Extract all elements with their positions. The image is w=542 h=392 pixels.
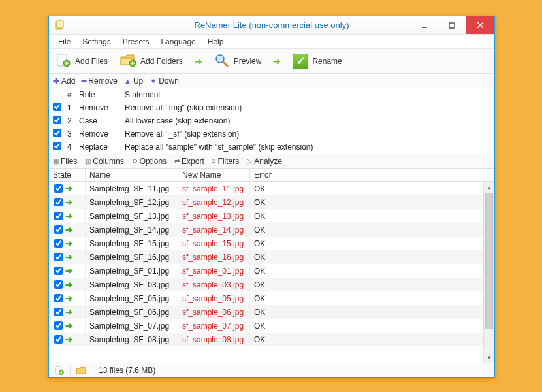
rule-number: 1	[63, 103, 75, 112]
file-row[interactable]: ➔SampleImg_SF_13.jpgsf_sample_13.jpgOK	[49, 209, 483, 223]
arrow-icon: ➔	[195, 56, 202, 67]
preview-button[interactable]: Preview	[214, 53, 262, 69]
file-newname: sf_sample_11.jpg	[178, 182, 250, 195]
status-add-folder-button[interactable]	[71, 363, 93, 377]
main-toolbar: Add Files Add Folders ➔ Preview ➔ ✓ Rena…	[49, 49, 494, 74]
maximize-button[interactable]	[438, 16, 466, 34]
rule-remove-button[interactable]: ━Remove	[82, 76, 118, 86]
file-checkbox[interactable]	[54, 225, 63, 234]
arrow-right-icon: ➔	[65, 335, 72, 344]
grid-icon: ▦	[53, 157, 59, 165]
file-checkbox[interactable]	[54, 212, 63, 220]
columns-icon: ▥	[85, 157, 91, 165]
rule-row[interactable]: 2CaseAll lower case (skip extension)	[49, 114, 494, 127]
columns-button[interactable]: ▥Columns	[85, 157, 123, 166]
file-checkbox[interactable]	[54, 267, 63, 275]
rule-up-button[interactable]: ▲Up	[124, 76, 143, 86]
add-folders-label: Add Folders	[140, 57, 183, 66]
rules-header: # Rule Statement	[49, 88, 494, 101]
filter-icon: ≡	[212, 157, 216, 165]
rule-down-button[interactable]: ▼Down	[150, 76, 179, 86]
rule-row[interactable]: 3RemoveRemove all "_sf" (skip extension)	[49, 127, 494, 140]
file-checkbox[interactable]	[54, 198, 63, 206]
col-rule[interactable]: Rule	[75, 90, 121, 99]
rule-checkbox[interactable]	[53, 129, 61, 137]
analyze-button[interactable]: ▷Analyze	[247, 157, 282, 166]
file-checkbox[interactable]	[54, 239, 63, 248]
menu-settings[interactable]: Settings	[77, 36, 116, 48]
scroll-up-button[interactable]: ▴	[484, 182, 494, 193]
col-name[interactable]: Name	[86, 169, 178, 181]
file-checkbox[interactable]	[54, 280, 63, 289]
file-newname: sf_sample_01.jpg	[178, 264, 250, 278]
menu-help[interactable]: Help	[202, 36, 229, 48]
file-row[interactable]: ➔SampleImg_SF_16.jpgsf_sample_16.jpgOK	[49, 250, 483, 264]
gear-icon: ⚙	[132, 157, 138, 165]
file-row[interactable]: ➔SampleImg_SF_08.jpgsf_sample_08.jpgOK	[49, 333, 483, 346]
file-row[interactable]: ➔SampleImg_SF_06.jpgsf_sample_06.jpgOK	[49, 305, 483, 319]
scroll-down-button[interactable]: ▾	[484, 351, 494, 363]
arrow-right-icon: ➔	[65, 307, 72, 317]
col-number[interactable]: #	[63, 90, 75, 99]
file-checkbox[interactable]	[54, 253, 63, 261]
arrow-down-icon: ▼	[150, 77, 157, 85]
status-add-file-button[interactable]	[49, 363, 71, 377]
files-list: ➔SampleImg_SF_11.jpgsf_sample_11.jpgOK➔S…	[49, 182, 483, 363]
file-newname: sf_sample_05.jpg	[178, 291, 250, 305]
file-checkbox[interactable]	[54, 335, 63, 344]
rule-add-button[interactable]: ✚Add	[53, 76, 75, 86]
col-statement[interactable]: Statement	[121, 90, 494, 99]
minimize-button[interactable]	[411, 16, 438, 34]
rule-checkbox[interactable]	[53, 142, 61, 150]
col-newname[interactable]: New Name	[178, 169, 250, 181]
menu-language[interactable]: Language	[155, 36, 200, 48]
add-files-button[interactable]: Add Files	[56, 53, 108, 69]
rule-checkbox[interactable]	[53, 103, 61, 111]
file-row[interactable]: ➔SampleImg_SF_05.jpgsf_sample_05.jpgOK	[49, 291, 483, 305]
analyze-label: Analyze	[254, 157, 282, 166]
rules-list: 1RemoveRemove all "Img" (skip extension)…	[49, 101, 494, 154]
rule-row[interactable]: 1RemoveRemove all "Img" (skip extension)	[49, 101, 494, 114]
file-row[interactable]: ➔SampleImg_SF_03.jpgsf_sample_03.jpgOK	[49, 278, 483, 291]
scroll-thumb[interactable]	[484, 193, 494, 351]
file-checkbox[interactable]	[54, 294, 63, 302]
rule-checkbox[interactable]	[53, 116, 61, 124]
file-error: OK	[250, 278, 289, 291]
titlebar: ReNamer Lite (non-commercial use only)	[49, 16, 494, 35]
vertical-scrollbar[interactable]: ▴ ▾	[483, 182, 494, 363]
file-row[interactable]: ➔SampleImg_SF_01.jpgsf_sample_01.jpgOK	[49, 264, 483, 278]
options-button[interactable]: ⚙Options	[132, 157, 167, 166]
file-name: SampleImg_SF_12.jpg	[86, 195, 178, 209]
file-error: OK	[250, 250, 289, 264]
app-icon	[54, 20, 65, 31]
file-checkbox[interactable]	[54, 308, 63, 316]
arrow-right-icon: ➔	[65, 197, 72, 207]
rule-row[interactable]: 4ReplaceReplace all "sample" with "sf_sa…	[49, 140, 494, 154]
add-folders-button[interactable]: Add Folders	[120, 53, 183, 69]
file-row[interactable]: ➔SampleImg_SF_11.jpgsf_sample_11.jpgOK	[49, 182, 483, 195]
export-button[interactable]: ⇄Export	[174, 157, 204, 166]
file-checkbox[interactable]	[54, 321, 63, 330]
add-files-label: Add Files	[75, 57, 108, 66]
col-error[interactable]: Error	[250, 169, 289, 181]
plus-icon: ✚	[53, 76, 59, 86]
filters-button[interactable]: ≡Filters	[212, 157, 240, 166]
col-state[interactable]: State	[49, 169, 86, 181]
menu-presets[interactable]: Presets	[118, 36, 155, 48]
file-checkbox[interactable]	[54, 184, 63, 193]
rename-button[interactable]: ✓ Rename	[293, 54, 342, 69]
file-name: SampleImg_SF_07.jpg	[86, 319, 178, 333]
files-tab-button[interactable]: ▦Files	[53, 157, 77, 166]
file-row[interactable]: ➔SampleImg_SF_15.jpgsf_sample_15.jpgOK	[49, 237, 483, 250]
file-row[interactable]: ➔SampleImg_SF_12.jpgsf_sample_12.jpgOK	[49, 195, 483, 209]
arrow-right-icon: ➔	[65, 321, 72, 331]
file-newname: sf_sample_15.jpg	[178, 237, 250, 250]
file-row[interactable]: ➔SampleImg_SF_14.jpgsf_sample_14.jpgOK	[49, 223, 483, 237]
file-name: SampleImg_SF_14.jpg	[86, 223, 178, 237]
close-button[interactable]	[466, 16, 494, 34]
file-error: OK	[250, 333, 289, 346]
arrow-right-icon: ➔	[65, 266, 72, 276]
file-newname: sf_sample_14.jpg	[178, 223, 250, 237]
file-row[interactable]: ➔SampleImg_SF_07.jpgsf_sample_07.jpgOK	[49, 319, 483, 333]
menu-file[interactable]: File	[53, 36, 76, 48]
